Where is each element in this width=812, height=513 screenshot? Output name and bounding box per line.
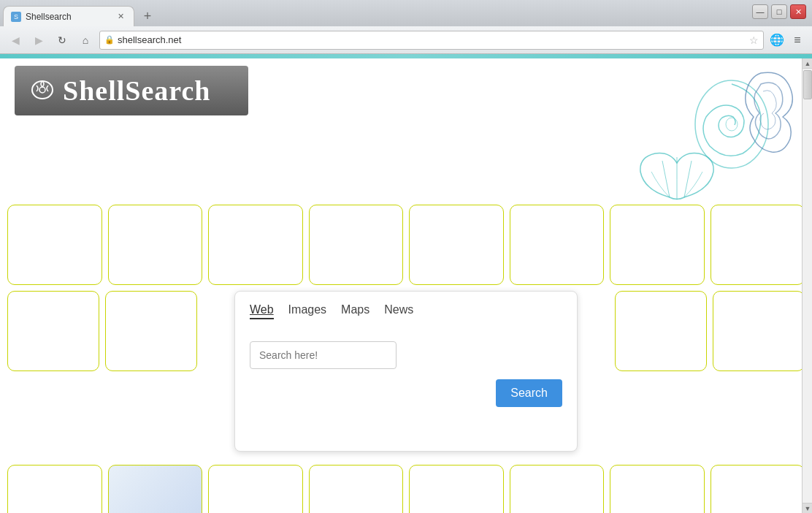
tab-web[interactable]: Web xyxy=(250,303,274,319)
search-tabs: Web Images Maps News xyxy=(250,303,562,319)
bookmark-star-icon[interactable]: ☆ xyxy=(749,34,759,46)
maximize-button[interactable]: □ xyxy=(771,4,787,19)
search-widget: Web Images Maps News Search xyxy=(234,291,578,452)
thumb-2-2[interactable] xyxy=(105,291,197,371)
thumb-1-4[interactable] xyxy=(309,205,404,285)
page-content: ShellSearch xyxy=(0,58,812,513)
thumb-1-3[interactable] xyxy=(208,205,303,285)
thumb-2-1[interactable] xyxy=(7,291,99,371)
browser-window: S Shellsearch ✕ + — □ ✕ ◀ ▶ ↻ ⌂ 🔒 ☆ 🌐 ≡ xyxy=(0,0,812,513)
scroll-down-button[interactable]: ▼ xyxy=(803,503,812,513)
close-button[interactable]: ✕ xyxy=(790,4,806,19)
address-bar[interactable]: 🔒 ☆ xyxy=(99,31,764,50)
svg-point-2 xyxy=(695,80,768,168)
reload-button[interactable]: ↻ xyxy=(53,31,72,50)
scrollbar[interactable]: ▲ ▼ xyxy=(802,58,812,513)
tab-favicon: S xyxy=(11,12,21,22)
new-tab-button[interactable]: + xyxy=(137,7,158,25)
search-button[interactable]: Search xyxy=(496,379,562,407)
home-button[interactable]: ⌂ xyxy=(76,31,95,50)
logo-box: ShellSearch xyxy=(15,66,248,115)
thumb-3-7[interactable] xyxy=(610,465,705,513)
thumb-3-5[interactable] xyxy=(409,465,504,513)
thumb-3-8[interactable] xyxy=(710,465,805,513)
thumb-3-6[interactable] xyxy=(510,465,605,513)
chrome-menu-icon[interactable]: ≡ xyxy=(789,31,806,49)
logo-shell-icon xyxy=(29,75,55,107)
svg-point-3 xyxy=(726,118,738,131)
address-lock-icon: 🔒 xyxy=(104,35,115,45)
thumb-3-1[interactable] xyxy=(7,465,102,513)
thumbnail-row-2: Web Images Maps News Search xyxy=(7,291,805,459)
svg-point-1 xyxy=(39,87,45,93)
site-header: ShellSearch xyxy=(0,58,812,212)
thumb-3-4[interactable] xyxy=(309,465,404,513)
svg-point-0 xyxy=(32,81,53,99)
thumb-3-3[interactable] xyxy=(208,465,303,513)
thumbnail-row-3 xyxy=(7,465,805,513)
address-input[interactable] xyxy=(118,34,746,45)
nav-right-buttons: 🌐 ≡ xyxy=(768,31,806,49)
thumb-1-1[interactable] xyxy=(7,205,102,285)
thumbnail-row-1 xyxy=(7,205,805,285)
thumb-3-2[interactable] xyxy=(108,465,203,513)
scroll-thumb[interactable] xyxy=(803,70,812,99)
thumb-1-8[interactable] xyxy=(710,205,805,285)
search-input[interactable] xyxy=(250,341,397,369)
browser-tab[interactable]: S Shellsearch ✕ xyxy=(3,6,134,26)
tab-maps[interactable]: Maps xyxy=(341,303,369,319)
title-bar: S Shellsearch ✕ + — □ ✕ xyxy=(0,0,812,26)
minimize-button[interactable]: — xyxy=(752,4,768,19)
forward-button[interactable]: ▶ xyxy=(29,31,48,50)
logo-text: ShellSearch xyxy=(63,75,210,107)
tab-news[interactable]: News xyxy=(384,303,413,319)
tab-title: Shellsearch xyxy=(26,12,72,22)
globe-icon[interactable]: 🌐 xyxy=(768,31,786,49)
scroll-up-button[interactable]: ▲ xyxy=(803,58,812,69)
tab-images[interactable]: Images xyxy=(288,303,326,319)
thumb-2-8[interactable] xyxy=(713,291,805,371)
thumb-2-7[interactable] xyxy=(615,291,707,371)
tab-close-button[interactable]: ✕ xyxy=(115,11,126,23)
thumb-1-2[interactable] xyxy=(108,205,203,285)
window-controls: — □ ✕ xyxy=(752,4,806,19)
thumb-1-6[interactable] xyxy=(510,205,605,285)
thumb-1-7[interactable] xyxy=(610,205,705,285)
thumb-1-5[interactable] xyxy=(409,205,504,285)
back-button[interactable]: ◀ xyxy=(6,31,25,50)
header-shells-decoration xyxy=(608,66,797,205)
navigation-bar: ◀ ▶ ↻ ⌂ 🔒 ☆ 🌐 ≡ xyxy=(0,26,812,54)
